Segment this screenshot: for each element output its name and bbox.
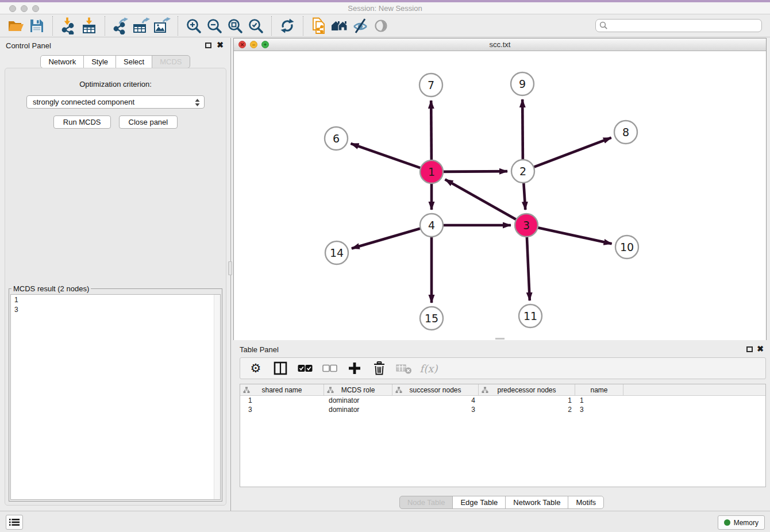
search-icon <box>599 21 608 32</box>
tab-network-table[interactable]: Network Table <box>505 496 568 509</box>
tab-style[interactable]: Style <box>83 55 116 68</box>
attribute-tree-icon <box>327 387 334 395</box>
graph-node-label: 2 <box>519 165 526 178</box>
graph-node-label: 8 <box>622 126 629 138</box>
refresh-icon[interactable] <box>277 16 298 36</box>
trash-icon[interactable] <box>371 360 387 376</box>
network-window: ✕ − + scc.txt 1234678910111415 <box>233 38 767 340</box>
task-history-button[interactable] <box>6 515 23 530</box>
node-table-body: 1dominator4113dominator323 <box>240 396 765 414</box>
home-icon[interactable] <box>329 16 350 36</box>
tab-mcds[interactable]: MCDS <box>152 55 190 68</box>
select-all-icon[interactable] <box>297 360 313 376</box>
search-input[interactable] <box>595 19 762 32</box>
delete-column-icon <box>396 360 412 376</box>
search-box <box>595 19 762 32</box>
column-header[interactable]: predecessor nodes <box>479 384 575 395</box>
save-icon[interactable] <box>26 16 47 36</box>
column-header[interactable]: name <box>575 384 623 395</box>
table-cell[interactable]: 1 <box>240 396 324 404</box>
table-row[interactable]: 3dominator323 <box>240 405 765 414</box>
table-cell[interactable]: 3 <box>575 406 623 414</box>
float-icon[interactable] <box>205 43 211 48</box>
export-table-icon[interactable] <box>131 16 152 36</box>
column-header[interactable]: shared name <box>240 384 324 395</box>
graph-edge[interactable] <box>442 171 507 172</box>
column-header-label: successor nodes <box>409 386 461 394</box>
table-cell[interactable]: dominator <box>324 406 392 414</box>
table-cell[interactable]: 1 <box>479 396 575 404</box>
graph-edge[interactable] <box>522 99 523 161</box>
open-icon[interactable] <box>6 16 26 36</box>
criterion-select[interactable]: strongly connected component <box>26 95 205 109</box>
table-cell[interactable]: 4 <box>392 396 479 404</box>
graph-edge[interactable] <box>431 101 432 161</box>
column-header[interactable]: successor nodes <box>392 384 479 395</box>
control-panel: Control Panel ✖ Network Style Select MCD… <box>0 38 231 511</box>
network-from-selection-icon[interactable] <box>309 16 329 36</box>
network-canvas[interactable]: 1234678910111415 <box>234 52 766 340</box>
add-icon[interactable] <box>346 360 363 376</box>
close-icon[interactable]: ✖ <box>217 40 224 50</box>
import-table-icon[interactable] <box>79 16 99 36</box>
zoom-in-icon[interactable] <box>183 16 204 36</box>
toolbar-separator <box>105 16 105 36</box>
memory-button[interactable]: Memory <box>718 515 765 530</box>
toolbar-separator <box>178 16 178 36</box>
graph-edge[interactable] <box>523 182 525 210</box>
export-network-icon[interactable] <box>110 16 131 36</box>
tab-select[interactable]: Select <box>116 55 152 68</box>
close-panel-button[interactable]: Close panel <box>119 115 178 129</box>
graph-edge[interactable] <box>352 228 422 248</box>
settings-gear-icon[interactable]: ⚙ <box>248 360 264 376</box>
graph-node-label: 6 <box>333 132 340 145</box>
mcds-result-text[interactable]: 13 <box>10 294 221 500</box>
deselect-all-icon[interactable] <box>322 360 338 376</box>
column-header-label: shared name <box>261 386 302 394</box>
optimization-criterion-label: Optimization criterion: <box>5 80 226 88</box>
column-header[interactable]: MCDS role <box>324 384 392 395</box>
graph-node-label: 4 <box>428 219 435 232</box>
import-network-icon[interactable] <box>58 16 79 36</box>
close-icon[interactable]: ✖ <box>757 344 764 354</box>
graph-edge[interactable] <box>445 179 518 220</box>
node-table-header: shared nameMCDS rolesuccessor nodesprede… <box>240 384 765 396</box>
zoom-fit-icon[interactable] <box>225 16 245 36</box>
table-cell[interactable]: 3 <box>392 406 479 414</box>
toolbar-separator <box>303 16 303 36</box>
table-cell[interactable]: dominator <box>324 396 392 404</box>
mcds-result-group: MCDS result (2 nodes) 13 <box>9 284 222 502</box>
scrollbar[interactable] <box>214 295 220 499</box>
status-bar: Memory <box>0 511 770 532</box>
column-header-label: predecessor nodes <box>497 386 556 394</box>
hide-selected-icon[interactable] <box>350 16 371 36</box>
zoom-selected-icon[interactable] <box>245 16 266 36</box>
tab-edge-table[interactable]: Edge Table <box>452 496 506 509</box>
run-mcds-button[interactable]: Run MCDS <box>53 115 111 129</box>
graph-edge[interactable] <box>351 144 422 168</box>
table-cell[interactable]: 1 <box>575 396 623 404</box>
tab-motifs[interactable]: Motifs <box>568 496 604 509</box>
graph-edge[interactable] <box>527 236 530 300</box>
export-image-icon[interactable] <box>152 16 172 36</box>
graph-edge[interactable] <box>533 138 611 168</box>
tab-node-table[interactable]: Node Table <box>399 496 453 509</box>
splitter-handle[interactable] <box>228 261 232 275</box>
float-icon[interactable] <box>746 346 753 352</box>
graph-edge[interactable] <box>537 228 612 244</box>
graph-node-label: 9 <box>519 78 526 90</box>
network-window-titlebar[interactable]: ✕ − + scc.txt <box>234 38 766 51</box>
mcds-panel: Optimization criterion: strongly connect… <box>5 68 226 506</box>
table-tabs: Node Table Edge Table Network Table Moti… <box>233 496 770 509</box>
graph-node-label: 10 <box>620 241 634 253</box>
show-all-icon[interactable] <box>371 16 391 36</box>
table-toolbar: ⚙ <box>240 357 766 379</box>
tab-network[interactable]: Network <box>40 55 84 68</box>
table-cell[interactable]: 2 <box>479 406 575 414</box>
columns-icon[interactable] <box>272 360 288 376</box>
table-cell[interactable]: 3 <box>240 406 324 414</box>
horizontal-scroll-thumb[interactable] <box>495 338 505 340</box>
zoom-out-icon[interactable] <box>204 16 225 36</box>
node-table: shared nameMCDS rolesuccessor nodesprede… <box>240 384 766 487</box>
table-row[interactable]: 1dominator411 <box>240 396 765 405</box>
